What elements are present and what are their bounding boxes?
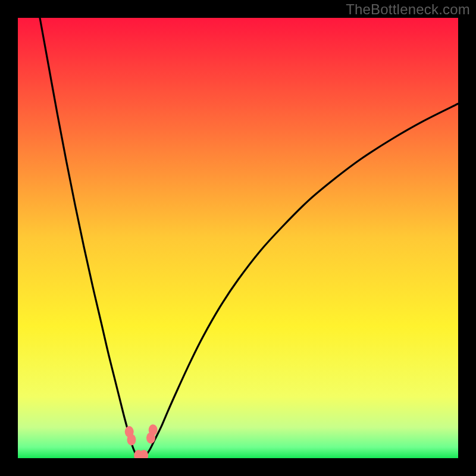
marker-5 [149, 424, 158, 436]
watermark-text: TheBottleneck.com [346, 1, 470, 18]
chart-frame: TheBottleneck.com [0, 0, 476, 476]
data-markers [18, 18, 458, 458]
marker-1 [127, 434, 136, 445]
plot-area [18, 18, 458, 458]
